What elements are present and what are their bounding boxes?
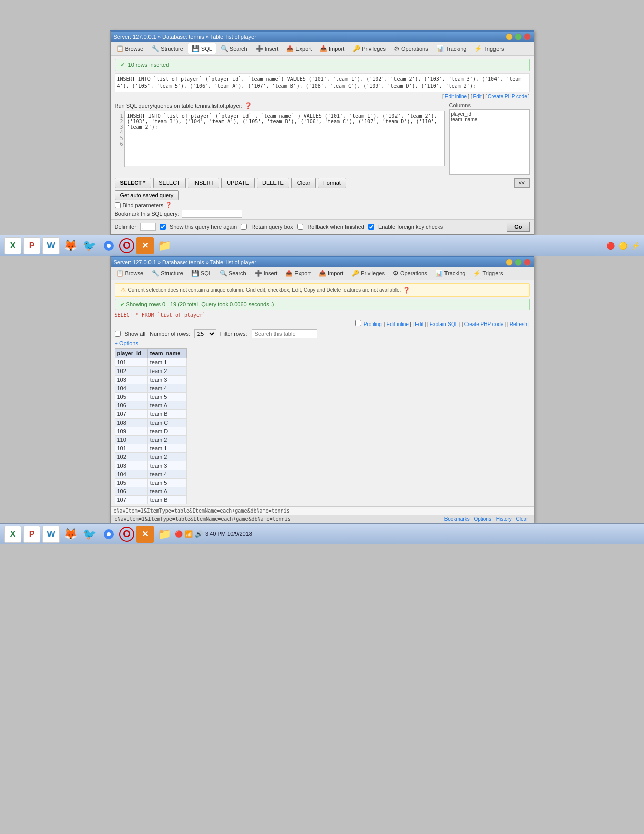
folder2-taskbar-icon[interactable]: 📁 — [156, 526, 173, 543]
history-link[interactable]: History — [496, 516, 512, 522]
foreign-keys-checkbox[interactable] — [368, 224, 374, 230]
firefox-taskbar-icon[interactable]: 🦊 — [62, 237, 79, 254]
show-query-checkbox[interactable] — [160, 224, 166, 230]
profiling-link[interactable]: Profiling — [364, 321, 382, 327]
column-team-name[interactable]: team_name — [451, 117, 528, 122]
nav2-search[interactable]: 🔍 Search — [216, 268, 250, 279]
nav2-import[interactable]: 📥 Import — [315, 268, 347, 279]
clear-button[interactable]: Clear — [291, 178, 316, 188]
opera2-taskbar-icon[interactable]: O — [119, 527, 134, 542]
nav-tracking[interactable]: 📊 Tracking — [433, 43, 470, 54]
maximize-btn-top[interactable] — [515, 33, 522, 40]
excel-taskbar-icon[interactable]: X — [4, 237, 21, 254]
nav-insert[interactable]: ➕ Insert — [252, 43, 282, 54]
explain-sql-link[interactable]: Explain SQL — [430, 321, 458, 327]
close-btn-bottom[interactable] — [524, 259, 531, 266]
status-options-link[interactable]: Options — [474, 516, 491, 522]
edit-inline-link[interactable]: Edit inline — [445, 94, 467, 99]
edit-link[interactable]: Edit — [473, 94, 482, 99]
auto-saved-button[interactable]: Get auto-saved query — [115, 190, 179, 200]
select-button[interactable]: SELECT — [153, 178, 186, 188]
options-link[interactable]: + Options — [115, 340, 138, 346]
show-all-checkbox[interactable] — [115, 331, 121, 337]
table-row: 109team D — [115, 427, 187, 436]
powerpoint2-taskbar-icon[interactable]: P — [23, 526, 40, 543]
clear-link[interactable]: Clear — [516, 516, 528, 522]
powerpoint-taskbar-icon[interactable]: P — [23, 237, 40, 254]
header-player-id[interactable]: player_id — [115, 349, 147, 358]
create-php-link[interactable]: Create PHP code — [488, 94, 527, 99]
excel2-taskbar-icon[interactable]: X — [4, 526, 21, 543]
nav-import[interactable]: 📥 Import — [316, 43, 348, 54]
table-row: 104team 4 — [115, 384, 187, 393]
delimiter-input[interactable] — [140, 223, 156, 231]
edit-links: [Edit inline] [Edit] [Create PHP code] — [115, 94, 530, 99]
chrome-taskbar-icon[interactable] — [100, 237, 117, 254]
thunderbird2-taskbar-icon[interactable]: 🐦 — [81, 526, 98, 543]
edit2-link[interactable]: Edit — [415, 321, 423, 327]
nav2-triggers[interactable]: ⚡ Triggers — [470, 268, 506, 279]
show-query-label: Show this query here again — [170, 224, 237, 230]
collapse-button[interactable]: << — [514, 178, 530, 188]
table-row: 107team B — [115, 496, 187, 504]
xampp-taskbar-icon[interactable]: ✕ — [136, 237, 154, 254]
firefox2-taskbar-icon[interactable]: 🦊 — [62, 526, 79, 543]
privileges2-icon: 🔑 — [352, 270, 359, 277]
word2-taskbar-icon[interactable]: W — [42, 526, 60, 543]
nav-import-label: Import — [329, 45, 344, 52]
nav2-operations[interactable]: ⚙ Operations — [389, 268, 431, 279]
nav-structure-label: Structure — [161, 45, 183, 52]
header-team-name[interactable]: team_name — [147, 349, 187, 358]
profiling-checkbox[interactable] — [355, 320, 361, 326]
create-php2-link[interactable]: Create PHP code — [464, 321, 504, 327]
nav2-sql[interactable]: 💾 SQL — [188, 268, 215, 279]
bookmark-input[interactable] — [182, 210, 242, 218]
filter-input[interactable] — [252, 329, 317, 338]
minimize-btn-bottom[interactable] — [506, 259, 513, 266]
go-button[interactable]: Go — [507, 222, 529, 232]
opera-taskbar-icon[interactable]: O — [119, 238, 134, 253]
nav2-privileges[interactable]: 🔑 Privileges — [348, 268, 388, 279]
nav-privileges[interactable]: 🔑 Privileges — [349, 43, 389, 54]
rows-select[interactable]: 25 50 100 — [194, 329, 216, 338]
format-button[interactable]: Format — [318, 178, 346, 188]
update-button[interactable]: UPDATE — [221, 178, 255, 188]
nav2-export[interactable]: 📤 Export — [282, 268, 314, 279]
word-taskbar-icon[interactable]: W — [42, 237, 60, 254]
insert-button[interactable]: INSERT — [188, 178, 219, 188]
xampp2-taskbar-icon[interactable]: ✕ — [136, 526, 154, 543]
minimize-btn-top[interactable] — [506, 33, 513, 40]
nav-operations-label: Operations — [401, 45, 428, 52]
folder-taskbar-icon[interactable]: 📁 — [156, 237, 173, 254]
nav2-structure[interactable]: 🔧 Structure — [148, 268, 187, 279]
sql-textarea[interactable]: INSERT INTO `list of player` (`player_id… — [115, 111, 445, 166]
edit-inline2-link[interactable]: Edit inline — [387, 321, 409, 327]
nav-structure[interactable]: 🔧 Structure — [148, 43, 187, 54]
chrome2-taskbar-icon[interactable] — [100, 526, 117, 543]
bind-params-checkbox[interactable] — [115, 202, 121, 208]
retain-box-checkbox[interactable] — [241, 224, 247, 230]
nav2-insert[interactable]: ➕ Insert — [251, 268, 281, 279]
maximize-btn-bottom[interactable] — [515, 259, 522, 266]
nav2-browse[interactable]: 📋 Browse — [113, 268, 147, 279]
bookmarks-link[interactable]: Bookmarks — [444, 516, 470, 522]
rollback-checkbox[interactable] — [297, 224, 303, 230]
bind-params-help-icon: ❓ — [165, 202, 172, 208]
thunderbird-taskbar-icon[interactable]: 🐦 — [81, 237, 98, 254]
svg-point-1 — [107, 244, 111, 248]
nav-browse[interactable]: 📋 Browse — [113, 43, 147, 54]
nav-triggers[interactable]: ⚡ Triggers — [471, 43, 507, 54]
nav-operations[interactable]: ⚙ Operations — [390, 43, 432, 54]
table-cell: 104 — [115, 384, 147, 393]
nav-export[interactable]: 📤 Export — [283, 43, 315, 54]
delete-button[interactable]: DELETE — [257, 178, 289, 188]
nav2-tracking[interactable]: 📊 Tracking — [432, 268, 469, 279]
nav-sql[interactable]: 💾 SQL — [188, 43, 216, 54]
select-star-button[interactable]: SELECT * — [115, 178, 152, 188]
sql-tools: Get auto-saved query — [115, 190, 530, 200]
column-player-id[interactable]: player_id — [451, 111, 528, 117]
show-all-label: Show all — [125, 331, 146, 337]
close-btn-top[interactable] — [524, 33, 531, 40]
nav-search[interactable]: 🔍 Search — [217, 43, 251, 54]
refresh-link[interactable]: Refresh — [510, 321, 527, 327]
